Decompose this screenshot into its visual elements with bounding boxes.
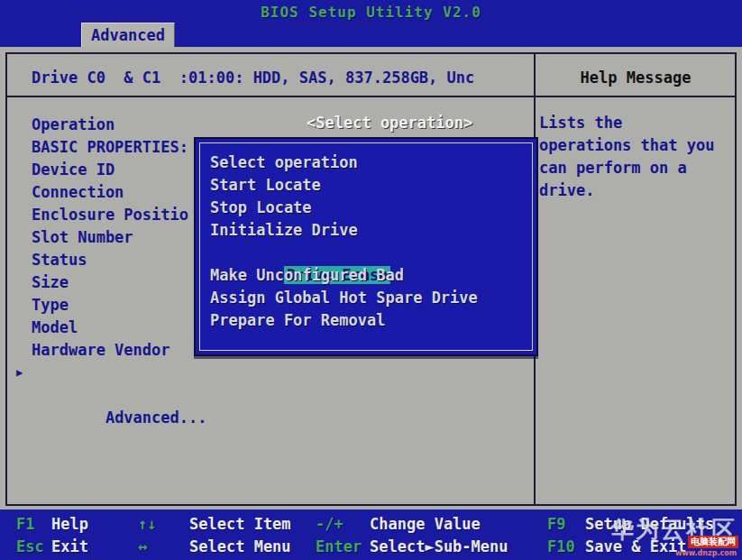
menu-item-status: Status — [32, 249, 206, 271]
help-message-text: Lists the operations that you can perfor… — [539, 112, 736, 202]
popup-option-initialize-drive[interactable]: Initialize Drive — [210, 219, 529, 242]
menu-item-enclosure-position: Enclosure Positio — [32, 204, 206, 226]
menu-item-device-id: Device ID — [32, 159, 206, 181]
menu-item-connection: Connection — [32, 181, 206, 204]
popup-option-select-operation[interactable]: Select operation — [210, 151, 529, 174]
tab-advanced[interactable]: Advanced — [81, 23, 175, 48]
menu-item-operation[interactable]: Operation — [32, 114, 206, 136]
menu-item-advanced[interactable]: ▶ Advanced... — [32, 362, 206, 384]
popup-option-assign-global-hot-spare[interactable]: Assign Global Hot Spare Drive — [210, 287, 529, 309]
title-bar: BIOS Setup Utility V2.0 — [0, 0, 742, 23]
menu-item-size: Size — [32, 271, 206, 294]
help-line: Lists the — [539, 112, 736, 134]
key-updown-label: Select Item — [189, 515, 291, 533]
help-panel-title: Help Message — [535, 69, 737, 87]
watermark-badge: 电脑装配网 — [688, 536, 738, 548]
submenu-arrow-icon: ▶ — [16, 362, 23, 384]
popup-option-list: Select operation Start Locate Stop Locat… — [210, 151, 529, 332]
key-f1: F1 — [16, 515, 34, 533]
key-plusminus-label: Change Value — [370, 515, 481, 533]
key-f10: F10 — [547, 537, 575, 555]
help-line: drive. — [539, 179, 736, 202]
key-esc-label: Exit — [51, 537, 88, 555]
menu-item-slot-number: Slot Number — [32, 226, 206, 249]
popup-option-prepare-for-removal[interactable]: Prepare For Removal — [210, 309, 529, 332]
help-line: operations that you — [539, 134, 736, 157]
key-enter-label: Select►Sub-Menu — [370, 537, 508, 555]
watermark-url: www.dnzp.com — [675, 549, 737, 557]
key-f1-label: Help — [51, 515, 88, 533]
menu-item-hardware-vendor: Hardware Vendor — [32, 339, 206, 362]
key-updown-icon: ↑↓ — [138, 515, 156, 533]
menu-section-basic-properties: BASIC PROPERTIES: — [32, 136, 206, 159]
key-leftright-label: Select Menu — [189, 537, 291, 555]
menu-item-advanced-label: Advanced... — [105, 409, 207, 427]
menu-item-type: Type — [32, 294, 206, 317]
help-line: can perform on a — [539, 157, 736, 179]
menu-item-model: Model — [32, 317, 206, 339]
bios-setup-screen: BIOS Setup Utility V2.0 Advanced Drive C… — [0, 0, 742, 560]
operation-value-field[interactable]: <Select operation> — [307, 114, 472, 132]
header-divider — [5, 96, 737, 97]
key-esc: Esc — [16, 537, 44, 555]
popup-option-stop-locate[interactable]: Stop Locate — [210, 197, 529, 219]
key-plusminus: -/+ — [316, 515, 344, 533]
drive-info-header: Drive C0 & C1 :01:00: HDD, SAS, 837.258G… — [32, 69, 474, 87]
settings-menu: Operation BASIC PROPERTIES: Device ID Co… — [32, 114, 206, 384]
popup-option-make-unconfigured-bad[interactable]: Make Unconfigured Bad — [210, 264, 529, 287]
page-title: BIOS Setup Utility V2.0 — [0, 4, 742, 21]
key-f9: F9 — [547, 515, 565, 533]
key-enter: Enter — [316, 537, 362, 555]
popup-option-drive-erase[interactable]: Drive Erase — [210, 242, 529, 264]
popup-option-start-locate[interactable]: Start Locate — [210, 174, 529, 197]
operation-popup-menu: Select operation Start Locate Stop Locat… — [194, 137, 538, 356]
key-leftright-icon: ↔ — [138, 537, 147, 555]
